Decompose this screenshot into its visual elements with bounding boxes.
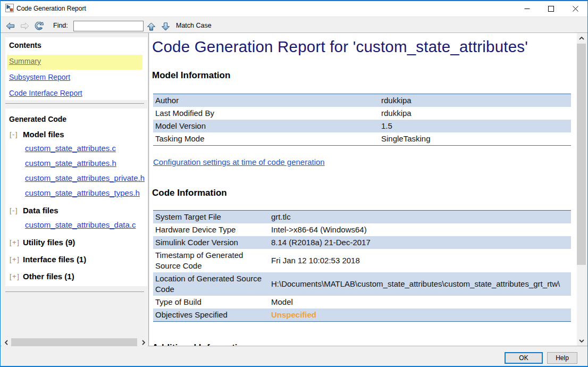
sidebar: Contents Summary Subsystem Report Code I… bbox=[1, 33, 149, 346]
table-row: Simulink Coder Version 8.14 (R2018a) 21-… bbox=[153, 236, 571, 249]
row-value: Intel->x86-64 (Windows64) bbox=[268, 223, 571, 236]
tree-group-label: Other files (1) bbox=[23, 269, 74, 284]
contents-panel: Contents Summary Subsystem Report Code I… bbox=[5, 37, 147, 100]
row-label: System Target File bbox=[153, 211, 268, 224]
find-next-button[interactable] bbox=[161, 22, 170, 31]
tree-group-label: Model files bbox=[23, 127, 64, 142]
expand-toggle-icon[interactable]: [+] bbox=[10, 252, 23, 267]
table-row: Model Version 1.5 bbox=[153, 120, 571, 132]
expand-toggle-icon[interactable]: [+] bbox=[10, 269, 23, 284]
table-row: Objectives Specified Unspecified bbox=[153, 308, 571, 322]
file-link[interactable]: custom_state_attributes.h bbox=[25, 159, 116, 168]
tree-file-item[interactable]: custom_state_attributes.h bbox=[5, 156, 147, 171]
collapse-toggle-icon[interactable]: [-] bbox=[10, 203, 23, 218]
row-label: Timestamp of Generated Source Code bbox=[153, 249, 268, 272]
maximize-icon bbox=[548, 6, 554, 12]
row-value: SingleTasking bbox=[379, 132, 571, 146]
sidebar-horizontal-scrollbar[interactable] bbox=[2, 338, 148, 346]
sidebar-item-code-interface-report[interactable]: Code Interface Report bbox=[7, 86, 142, 100]
back-button[interactable] bbox=[6, 22, 15, 30]
find-input[interactable] bbox=[73, 21, 144, 31]
row-value: grt.tlc bbox=[268, 211, 571, 224]
close-icon bbox=[573, 6, 578, 12]
row-value: rdukkipa bbox=[379, 94, 571, 107]
table-row: Last Modified By rdukkipa bbox=[153, 107, 571, 120]
tree-group-utility-files: [+] Utility files (9) bbox=[5, 235, 147, 250]
ok-button[interactable]: OK bbox=[505, 352, 543, 364]
additional-information-heading: Additional Information bbox=[152, 343, 248, 346]
configuration-settings-link[interactable]: Configuration settings at time of code g… bbox=[153, 157, 325, 166]
table-row: Location of Generated Source Code H:\Doc… bbox=[153, 272, 571, 296]
forward-button[interactable] bbox=[20, 22, 29, 30]
scroll-left-button[interactable] bbox=[2, 338, 11, 346]
match-case-toggle[interactable]: Match Case bbox=[176, 18, 212, 34]
window-title: Code Generation Report bbox=[16, 1, 86, 16]
body-area: Contents Summary Subsystem Report Code I… bbox=[1, 33, 587, 346]
toolbar: Find: Match Case bbox=[1, 16, 587, 33]
row-label: Model Version bbox=[153, 120, 379, 132]
sidebar-item-summary[interactable]: Summary bbox=[7, 55, 142, 70]
file-link[interactable]: custom_state_attributes_private.h bbox=[25, 173, 145, 182]
generated-code-panel: Generated Code [-] Model files custom_st… bbox=[5, 109, 147, 286]
content-vertical-scrollbar[interactable] bbox=[577, 33, 586, 346]
row-label: Simulink Coder Version bbox=[153, 236, 268, 249]
file-link[interactable]: custom_state_attributes_data.c bbox=[25, 220, 136, 229]
find-previous-button[interactable] bbox=[147, 22, 156, 31]
model-information-table: Author rdukkipa Last Modified By rdukkip… bbox=[153, 94, 571, 146]
tree-group-label: Data files bbox=[23, 203, 58, 218]
tree-group-other-files: [+] Other files (1) bbox=[5, 269, 147, 284]
model-information-heading: Model Information bbox=[152, 70, 230, 81]
tree-file-item[interactable]: custom_state_attributes_types.h bbox=[5, 186, 147, 201]
page-title: Code Generation Report for 'custom_state… bbox=[152, 38, 528, 56]
table-row: System Target File grt.tlc bbox=[153, 211, 571, 224]
table-row: Type of Build Model bbox=[153, 296, 571, 308]
tree-group-label: Interface files (1) bbox=[23, 252, 86, 267]
row-value: H:\Documents\MATLAB\custom_state_attribu… bbox=[268, 272, 571, 296]
window-controls bbox=[515, 1, 587, 16]
maximize-button[interactable] bbox=[539, 1, 563, 16]
row-label: Location of Generated Source Code bbox=[153, 272, 268, 296]
chevron-down-icon bbox=[579, 339, 584, 343]
row-value: rdukkipa bbox=[379, 107, 571, 120]
tree-group-label: Utility files (9) bbox=[23, 235, 75, 250]
tree-file-item[interactable]: custom_state_attributes.c bbox=[5, 141, 147, 156]
horizontal-scrollbar-thumb[interactable] bbox=[11, 338, 137, 346]
minimize-icon bbox=[524, 6, 530, 12]
report-content: Code Generation Report for 'custom_state… bbox=[149, 33, 577, 346]
row-label: Hardware Device Type bbox=[153, 223, 268, 236]
row-value: 8.14 (R2018a) 21-Dec-2017 bbox=[268, 236, 571, 249]
close-button[interactable] bbox=[563, 1, 587, 16]
tree-file-item[interactable]: custom_state_attributes_data.c bbox=[5, 218, 147, 232]
titlebar: Code Generation Report bbox=[1, 1, 587, 16]
file-link[interactable]: custom_state_attributes_types.h bbox=[25, 188, 140, 197]
row-label: Tasking Mode bbox=[153, 132, 379, 146]
collapse-toggle-icon[interactable]: [-] bbox=[10, 127, 23, 142]
scroll-down-button[interactable] bbox=[577, 336, 586, 345]
tree-file-item[interactable]: custom_state_attributes_private.h bbox=[5, 171, 147, 186]
chevron-right-icon bbox=[142, 340, 145, 345]
row-label: Last Modified By bbox=[153, 107, 379, 120]
row-label: Objectives Specified bbox=[153, 308, 268, 322]
row-label: Type of Build bbox=[153, 296, 268, 308]
find-label: Find: bbox=[53, 18, 68, 34]
file-link[interactable]: custom_state_attributes.c bbox=[25, 144, 116, 153]
simulink-model-icon bbox=[5, 4, 14, 12]
help-button[interactable]: Help bbox=[547, 352, 577, 364]
row-value-unspecified: Unspecified bbox=[268, 308, 571, 322]
chevron-left-icon bbox=[5, 340, 8, 345]
scroll-up-button[interactable] bbox=[577, 34, 586, 43]
minimize-button[interactable] bbox=[515, 1, 539, 16]
code-information-heading: Code Information bbox=[152, 188, 227, 198]
code-information-table: System Target File grt.tlc Hardware Devi… bbox=[153, 210, 571, 322]
vertical-scrollbar-thumb[interactable] bbox=[577, 44, 586, 265]
sidebar-item-subsystem-report[interactable]: Subsystem Report bbox=[7, 70, 142, 85]
expand-toggle-icon[interactable]: [+] bbox=[10, 235, 23, 250]
dialog-footer: OK Help bbox=[1, 346, 587, 366]
table-row: Author rdukkipa bbox=[153, 94, 571, 107]
table-row: Timestamp of Generated Source Code Fri J… bbox=[153, 249, 571, 272]
refresh-button[interactable] bbox=[35, 22, 44, 30]
scroll-right-button[interactable] bbox=[139, 338, 148, 346]
code-interface-report-link[interactable]: Code Interface Report bbox=[9, 89, 82, 97]
summary-link[interactable]: Summary bbox=[9, 57, 41, 65]
subsystem-report-link[interactable]: Subsystem Report bbox=[9, 73, 70, 81]
